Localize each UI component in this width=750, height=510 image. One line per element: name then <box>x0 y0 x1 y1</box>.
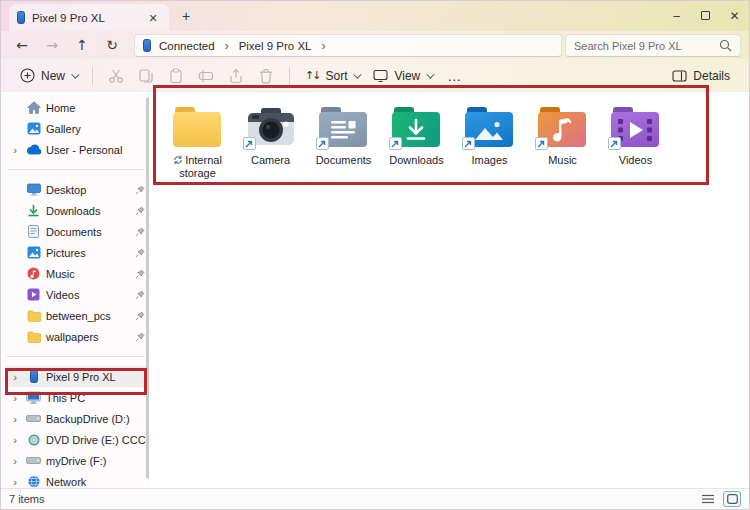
file-explorer-window: Pixel 9 Pro XL ✕ + – ✕ ← → ↑ ↻ Connected… <box>0 0 750 510</box>
chevron-down-icon <box>354 70 362 78</box>
toolbar-separator <box>289 67 290 85</box>
sidebar-item-videos[interactable]: Videos <box>1 284 151 305</box>
address-bar[interactable]: Connected › Pixel 9 Pro XL › <box>134 34 562 57</box>
shortcut-arrow-icon <box>535 137 548 150</box>
minimize-button[interactable]: – <box>662 1 691 30</box>
file-item-label: Images <box>471 154 507 167</box>
new-tab-button[interactable]: + <box>177 8 195 26</box>
tab-close-icon[interactable]: ✕ <box>145 10 161 26</box>
chevron-right-icon: › <box>223 39 231 53</box>
search-icon <box>719 39 732 52</box>
new-button[interactable]: New <box>13 63 84 89</box>
file-item-camera[interactable]: Camera <box>234 103 307 180</box>
breadcrumb-pixel-9-pro-xl[interactable]: Pixel 9 Pro XL <box>239 40 312 52</box>
plus-circle-icon <box>20 68 35 83</box>
expander-chevron-icon[interactable]: › <box>9 455 21 467</box>
details-button[interactable]: Details <box>665 63 737 89</box>
expander-chevron-icon[interactable]: › <box>9 434 21 446</box>
up-button[interactable]: ↑ <box>69 37 95 53</box>
expander-chevron-icon[interactable]: › <box>9 371 21 383</box>
view-button[interactable]: View <box>366 63 439 89</box>
window-controls: – ✕ <box>662 1 749 31</box>
file-item-videos[interactable]: Videos <box>599 103 672 180</box>
copy-icon <box>138 68 154 84</box>
breadcrumb-connected[interactable]: Connected <box>159 40 215 52</box>
item-count-label: 7 items <box>9 493 44 505</box>
music-icon <box>25 266 42 282</box>
forward-button[interactable]: → <box>39 37 65 53</box>
sidebar-item-mydrive-f[interactable]: › myDrive (F:) <box>1 450 151 471</box>
expander-chevron-icon[interactable]: › <box>9 413 21 425</box>
refresh-button[interactable]: ↻ <box>99 37 125 53</box>
sidebar-item-gallery[interactable]: Gallery <box>1 118 151 139</box>
sidebar-item-pictures[interactable]: Pictures <box>1 242 151 263</box>
navigation-bar: ← → ↑ ↻ Connected › Pixel 9 Pro XL › <box>1 31 749 59</box>
sidebar-item-desktop[interactable]: Desktop <box>1 179 151 200</box>
sidebar-divider <box>7 169 145 170</box>
file-item-label: Documents <box>316 154 372 167</box>
phone-icon <box>25 369 42 385</box>
delete-button[interactable] <box>251 63 281 89</box>
expander-chevron-icon[interactable]: › <box>9 392 21 404</box>
shortcut-arrow-icon <box>608 137 621 150</box>
sidebar-item-downloads[interactable]: Downloads <box>1 200 151 221</box>
sidebar-scrollbar[interactable] <box>146 97 149 479</box>
chevron-down-icon <box>71 70 79 78</box>
tab-title: Pixel 9 Pro XL <box>32 12 138 24</box>
sidebar-item-wallpapers[interactable]: wallpapers <box>1 326 151 347</box>
videos-icon <box>25 287 42 303</box>
sidebar-item-music[interactable]: Music <box>1 263 151 284</box>
file-item-label: Camera <box>251 154 290 167</box>
sidebar-item-between-pcs[interactable]: between_pcs <box>1 305 151 326</box>
gallery-icon <box>25 121 42 137</box>
sidebar-item-home[interactable]: Home <box>1 97 151 118</box>
chevron-right-icon: › <box>320 39 328 53</box>
more-options-button[interactable]: … <box>439 68 470 84</box>
cut-button[interactable] <box>101 63 131 89</box>
cut-icon <box>108 68 124 84</box>
expander-chevron-icon[interactable]: › <box>9 144 21 156</box>
sidebar-item-documents[interactable]: Documents <box>1 221 151 242</box>
rename-button[interactable] <box>191 63 221 89</box>
sidebar-item-user-personal[interactable]: › User - Personal <box>1 139 151 160</box>
details-pane-icon <box>672 70 687 82</box>
file-item-images[interactable]: Images <box>453 103 526 180</box>
tab-pixel-9-pro-xl[interactable]: Pixel 9 Pro XL ✕ <box>9 4 169 31</box>
file-item-downloads[interactable]: Downloads <box>380 103 453 180</box>
pictures-icon <box>25 245 42 261</box>
share-button[interactable] <box>221 63 251 89</box>
back-button[interactable]: ← <box>9 37 35 53</box>
tab-bar: Pixel 9 Pro XL ✕ + – ✕ <box>1 1 749 31</box>
view-icon <box>373 69 388 82</box>
navigation-pane: Home Gallery › User - Personal <box>1 93 151 490</box>
paste-button[interactable] <box>161 63 191 89</box>
file-list-pane[interactable]: Internal storage <box>151 93 749 490</box>
file-item-music[interactable]: Music <box>526 103 599 180</box>
details-button-label: Details <box>693 69 730 83</box>
close-button[interactable]: ✕ <box>720 1 749 30</box>
sort-button[interactable]: ↑↓ Sort <box>298 63 366 89</box>
maximize-button[interactable] <box>691 1 720 30</box>
copy-button[interactable] <box>131 63 161 89</box>
sidebar-item-pixel-9-pro-xl[interactable]: › Pixel 9 Pro XL <box>5 366 147 387</box>
details-view-toggle[interactable] <box>699 491 717 507</box>
view-button-label: View <box>394 69 420 83</box>
search-input[interactable] <box>574 40 719 52</box>
phone-icon <box>143 39 151 52</box>
large-icons-view-toggle[interactable] <box>723 491 741 507</box>
file-item-documents[interactable]: Documents <box>307 103 380 180</box>
expander-chevron-icon[interactable]: › <box>9 476 21 488</box>
file-item-label: Internal storage <box>166 154 230 180</box>
phone-icon <box>17 11 25 24</box>
documents-icon <box>25 224 42 240</box>
shortcut-arrow-icon <box>316 137 329 150</box>
file-item-internal-storage[interactable]: Internal storage <box>161 103 234 180</box>
explorer-body: Home Gallery › User - Personal <box>1 93 749 490</box>
downloads-icon <box>25 203 42 219</box>
this-pc-icon <box>25 390 42 406</box>
trash-icon <box>258 68 274 84</box>
sidebar-item-this-pc[interactable]: › This PC <box>1 387 151 408</box>
sidebar-item-backupdrive-d[interactable]: › BackupDrive (D:) <box>1 408 151 429</box>
sidebar-item-dvd-drive-e[interactable]: › DVD Drive (E:) CCCOMA_X64F <box>1 429 151 450</box>
search-box[interactable] <box>565 34 741 57</box>
